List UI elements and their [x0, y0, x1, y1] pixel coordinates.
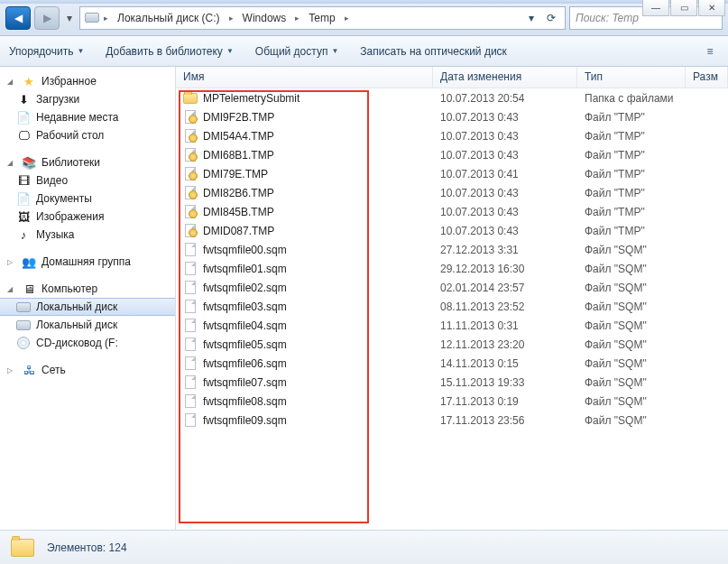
network-header[interactable]: ▷ 🖧 Сеть [0, 361, 175, 379]
sidebar-item[interactable]: 🖼Изображения [0, 208, 175, 226]
search-placeholder: Поиск: Temp [576, 12, 639, 24]
sidebar-item-label: Документы [36, 192, 92, 205]
file-row[interactable]: DMI845B.TMP10.07.2013 0:43Файл "TMP" [176, 202, 728, 221]
sidebar-item[interactable]: 📄Документы [0, 190, 175, 208]
file-name: fwtsqmfile03.sqm [203, 300, 287, 313]
breadcrumb-chevron[interactable]: ▸ [227, 14, 235, 23]
homegroup-label: Домашняя группа [41, 255, 131, 268]
sidebar-item[interactable]: ⬇Загрузки [0, 90, 175, 108]
sidebar-item[interactable]: 📄Недавние места [0, 108, 175, 126]
download-icon: ⬇ [16, 92, 31, 106]
file-row[interactable]: fwtsqmfile03.sqm08.11.2013 23:52Файл "SQ… [176, 297, 728, 316]
file-name: fwtsqmfile09.sqm [203, 414, 287, 427]
file-row[interactable]: fwtsqmfile08.sqm17.11.2013 0:19Файл "SQM… [176, 392, 728, 411]
sidebar-item[interactable]: Локальный диск [0, 298, 175, 316]
file-row[interactable]: DMI54A4.TMP10.07.2013 0:43Файл "TMP" [176, 126, 728, 145]
command-toolbar: Упорядочить▼ Добавить в библиотеку▼ Общи… [0, 36, 728, 67]
history-dropdown[interactable]: ▾ [63, 6, 76, 30]
burn-button[interactable]: Записать на оптический диск [360, 45, 507, 58]
file-date: 10.07.2013 0:43 [433, 206, 577, 218]
computer-icon: 🖥 [22, 282, 36, 296]
sidebar-item-label: Загрузки [36, 93, 79, 106]
file-row[interactable]: fwtsqmfile01.sqm29.12.2013 16:30Файл "SQ… [176, 259, 728, 278]
add-to-library-menu[interactable]: Добавить в библиотеку▼ [106, 45, 233, 58]
file-list-pane: Имя Дата изменения Тип Разм MPTelemetryS… [176, 67, 728, 530]
sidebar-item-label: Видео [36, 174, 68, 187]
file-row[interactable]: DMI79E.TMP10.07.2013 0:41Файл "TMP" [176, 164, 728, 183]
computer-header[interactable]: ◢ 🖥 Компьютер [0, 280, 175, 298]
homegroup-icon: 👥 [22, 254, 36, 269]
file-date: 14.11.2013 0:15 [433, 357, 577, 370]
sidebar-item[interactable]: 🖵Рабочий стол [0, 126, 175, 144]
network-group: ▷ 🖧 Сеть [0, 361, 175, 379]
computer-group: ◢ 🖥 Компьютер Локальный дискЛокальный ди… [0, 280, 175, 352]
maximize-button[interactable]: ▭ [670, 0, 697, 16]
file-row[interactable]: MPTelemetrySubmit10.07.2013 20:54Папка с… [176, 88, 728, 107]
sidebar-item[interactable]: CD-дисковод (F: [0, 334, 175, 352]
sidebar-item-label: Локальный диск [36, 319, 117, 331]
navigation-sidebar: ◢ ★ Избранное ⬇Загрузки📄Недавние места🖵Р… [0, 67, 176, 530]
file-row[interactable]: fwtsqmfile04.sqm11.11.2013 0:31Файл "SQM… [176, 316, 728, 335]
breadcrumb-segment[interactable]: Локальный диск (C:) [112, 8, 226, 28]
file-icon [183, 243, 198, 257]
organize-menu[interactable]: Упорядочить▼ [9, 45, 84, 58]
drive-icon [84, 10, 100, 26]
explorer-window: — ▭ ✕ ◀ ▶ ▾ ▸ Локальный диск (C:) ▸ Wind… [0, 0, 728, 564]
sidebar-item[interactable]: ♪Музыка [0, 226, 175, 244]
sidebar-item-label: Музыка [36, 228, 74, 241]
breadcrumb-chevron[interactable]: ▸ [293, 14, 301, 23]
main-split: ◢ ★ Избранное ⬇Загрузки📄Недавние места🖵Р… [0, 67, 728, 530]
column-type[interactable]: Тип [577, 67, 686, 88]
file-row[interactable]: fwtsqmfile06.sqm14.11.2013 0:15Файл "SQM… [176, 354, 728, 373]
close-button[interactable]: ✕ [698, 0, 725, 16]
libraries-group: ◢ 📚 Библиотеки 🎞Видео📄Документы🖼Изображе… [0, 153, 175, 244]
back-button[interactable]: ◀ [5, 6, 31, 30]
file-type: Файл "SQM" [577, 319, 686, 332]
file-rows: MPTelemetrySubmit10.07.2013 20:54Папка с… [176, 88, 728, 430]
file-type: Файл "TMP" [577, 168, 686, 180]
file-name: fwtsqmfile04.sqm [203, 319, 287, 332]
file-row[interactable]: DMI82B6.TMP10.07.2013 0:43Файл "TMP" [176, 183, 728, 202]
file-date: 10.07.2013 20:54 [433, 92, 577, 105]
status-bar: Элементов: 124 [0, 530, 728, 564]
favorites-header[interactable]: ◢ ★ Избранное [0, 72, 175, 90]
file-row[interactable]: fwtsqmfile02.sqm02.01.2014 23:57Файл "SQ… [176, 278, 728, 297]
file-row[interactable]: DMI68B1.TMP10.07.2013 0:43Файл "TMP" [176, 145, 728, 164]
minimize-button[interactable]: — [642, 0, 669, 16]
file-name: DMI79E.TMP [203, 168, 268, 180]
share-menu[interactable]: Общий доступ▼ [255, 45, 339, 58]
file-row[interactable]: fwtsqmfile07.sqm15.11.2013 19:33Файл "SQ… [176, 373, 728, 392]
breadcrumb-segment[interactable]: Windows [237, 8, 292, 28]
breadcrumb-chevron[interactable]: ▸ [102, 14, 110, 23]
file-icon [183, 337, 198, 352]
address-bar[interactable]: ▸ Локальный диск (C:) ▸ Windows ▸ Temp ▸… [79, 6, 566, 30]
file-type: Файл "SQM" [577, 357, 686, 370]
sidebar-item[interactable]: Локальный диск [0, 316, 175, 334]
forward-button[interactable]: ▶ [34, 6, 60, 30]
sidebar-item[interactable]: 🎞Видео [0, 171, 175, 190]
column-name[interactable]: Имя [176, 67, 433, 88]
file-icon [183, 319, 198, 333]
file-name: DMI82B6.TMP [203, 187, 274, 199]
file-date: 17.11.2013 0:19 [433, 395, 577, 408]
file-row[interactable]: fwtsqmfile00.sqm27.12.2013 3:31Файл "SQM… [176, 240, 728, 259]
view-options-button[interactable]: ≡ [701, 42, 719, 60]
breadcrumb-segment[interactable]: Temp [303, 8, 340, 28]
file-icon [183, 394, 198, 409]
column-size[interactable]: Разм [686, 67, 728, 88]
file-date: 02.01.2014 23:57 [433, 282, 577, 294]
file-date: 10.07.2013 0:43 [433, 130, 577, 143]
file-row[interactable]: DMID087.TMP10.07.2013 0:43Файл "TMP" [176, 221, 728, 240]
file-row[interactable]: fwtsqmfile09.sqm17.11.2013 23:56Файл "SQ… [176, 411, 728, 430]
file-type: Файл "SQM" [577, 395, 686, 408]
location-dropdown[interactable]: ▾ [523, 12, 539, 24]
libraries-header[interactable]: ◢ 📚 Библиотеки [0, 153, 175, 171]
homegroup-header[interactable]: ▷ 👥 Домашняя группа [0, 253, 175, 271]
file-icon [183, 413, 198, 428]
file-row[interactable]: DMI9F2B.TMP10.07.2013 0:43Файл "TMP" [176, 107, 728, 126]
breadcrumb-chevron[interactable]: ▸ [343, 14, 351, 23]
add-lib-label: Добавить в библиотеку [106, 45, 223, 58]
refresh-button[interactable]: ⟳ [543, 12, 559, 24]
column-date[interactable]: Дата изменения [433, 67, 577, 88]
file-row[interactable]: fwtsqmfile05.sqm12.11.2013 23:20Файл "SQ… [176, 335, 728, 354]
